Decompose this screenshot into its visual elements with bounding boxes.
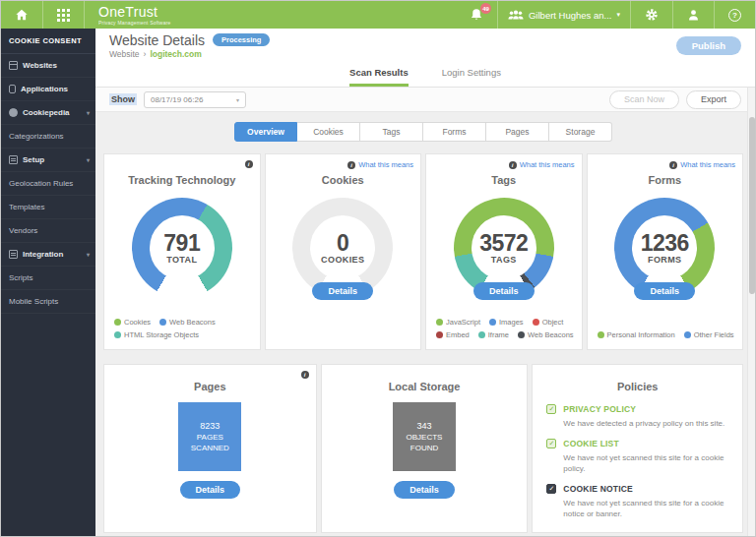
subtab-tags[interactable]: Tags (360, 122, 423, 142)
sidebar-item-scripts[interactable]: Scripts (1, 267, 95, 290)
local-storage-details-button[interactable]: Details (394, 481, 455, 499)
card-tags: i What this means Tags 3572 TAGS Details… (425, 153, 583, 350)
tags-details-button[interactable]: Details (473, 282, 535, 300)
policy-item: ✓PRIVACY POLICYWe have detected a privac… (546, 404, 728, 430)
sidebar-nav: WebsitesApplicationsCookiepedia▾Categori… (1, 54, 95, 314)
legend-label: JavaScript (446, 318, 480, 327)
legend-dot (436, 331, 443, 338)
user-menu[interactable]: Gilbert Hughes an... ▾ (498, 1, 630, 29)
breadcrumb-parent[interactable]: Website (109, 49, 140, 59)
home-button[interactable] (1, 1, 42, 29)
pages-details-button[interactable]: Details (180, 481, 241, 499)
card-title: Tags (426, 174, 582, 186)
subtab-pages[interactable]: Pages (486, 122, 549, 142)
question-icon: ? (728, 9, 741, 22)
cookies-value: 0 (337, 231, 348, 255)
card-title: Tracking Technology (104, 174, 260, 186)
subtab-storage[interactable]: Storage (549, 122, 612, 142)
card-forms: i What this means Forms 1236 FORMS Detai… (587, 153, 744, 350)
main-area: Website Details Processing Website › log… (95, 29, 755, 536)
brand-name: OneTrust (98, 5, 171, 20)
sidebar-item-websites[interactable]: Websites (1, 54, 95, 78)
subtab-cookies[interactable]: Cookies (297, 122, 360, 142)
brand-logo[interactable]: OneTrust Privacy Management Software (85, 1, 181, 29)
sidebar-item-setup[interactable]: Setup▾ (1, 149, 95, 172)
sidebar-item-categorizations[interactable]: Categorizations (1, 125, 95, 149)
legend-item: Other Fields (684, 330, 734, 339)
sidebar-item-label: Categorizations (9, 132, 64, 141)
integration-icon (9, 250, 18, 259)
export-button[interactable]: Export (686, 90, 741, 109)
gear-icon (645, 8, 659, 22)
policy-description: We have detected a privacy policy on thi… (563, 418, 728, 430)
breadcrumb-separator: › (144, 49, 147, 59)
sidebar-item-label: Applications (21, 85, 68, 93)
forms-unit: FORMS (648, 255, 682, 265)
settings-button[interactable] (631, 1, 672, 29)
publish-button[interactable]: Publish (676, 36, 741, 55)
websites-icon (9, 61, 18, 70)
tags-value: 3572 (479, 231, 528, 255)
legend-label: Iframe (488, 330, 509, 339)
pages-count: 8233 (200, 421, 220, 432)
users-group-icon (508, 9, 524, 21)
sidebar-item-templates[interactable]: Templates (1, 196, 95, 219)
policy-label[interactable]: COOKIE NOTICE (563, 484, 633, 494)
policy-label[interactable]: PRIVACY POLICY (563, 404, 636, 414)
sidebar-item-label: Vendors (9, 226, 37, 235)
info-icon[interactable]: i (245, 160, 253, 168)
sidebar-item-integration[interactable]: Integration▾ (1, 243, 95, 267)
policy-item: ✓COOKIE LISTWe have not yet scanned this… (546, 439, 728, 475)
sidebar-item-vendors[interactable]: Vendors (1, 219, 95, 243)
help-button[interactable]: ? (715, 1, 755, 29)
card-title: Cookies (266, 174, 421, 186)
notification-count-badge: 49 (480, 3, 491, 14)
vertical-scrollbar[interactable] (747, 88, 755, 536)
sidebar-item-label: Mobile Scripts (9, 297, 58, 306)
chevron-down-icon: ▾ (87, 109, 90, 116)
sidebar-item-applications[interactable]: Applications (1, 78, 95, 101)
what-this-means-link[interactable]: i What this means (669, 160, 735, 169)
sidebar-item-mobile-scripts[interactable]: Mobile Scripts (1, 290, 95, 314)
tab-login-settings[interactable]: Login Settings (442, 62, 501, 87)
app-window: OneTrust Privacy Management Software 49 … (0, 0, 756, 537)
tab-scan-results[interactable]: Scan Results (349, 62, 409, 87)
scan-overview-content: OverviewCookiesTagsFormsPagesStorage i T… (95, 112, 755, 536)
sidebar-item-cookiepedia[interactable]: Cookiepedia▾ (1, 101, 95, 125)
checkbox-icon: ✓ (546, 484, 556, 494)
subtab-forms[interactable]: Forms (423, 122, 486, 142)
policy-label[interactable]: COOKIE LIST (563, 439, 619, 448)
card-tracking-technology: i Tracking Technology 791 TOTAL CookiesW… (103, 153, 261, 350)
notifications-button[interactable]: 49 (456, 1, 497, 29)
sidebar-header: COOKIE CONSENT (1, 29, 95, 54)
sidebar-item-geolocation-rules[interactable]: Geolocation Rules (1, 172, 95, 196)
sidebar: COOKIE CONSENT WebsitesApplicationsCooki… (1, 29, 95, 536)
forms-legend: Personal InformationOther Fields (598, 330, 737, 339)
app-grid-button[interactable] (43, 1, 84, 29)
cookies-details-button[interactable]: Details (312, 282, 373, 300)
legend-label: Web Beacons (169, 318, 216, 327)
legend-label: Object (542, 318, 564, 327)
legend-dot (489, 319, 496, 326)
forms-details-button[interactable]: Details (634, 282, 695, 300)
scan-now-button[interactable]: Scan Now (609, 90, 679, 109)
status-badge: Processing (213, 33, 270, 46)
tags-unit: TAGS (491, 255, 517, 265)
subtab-overview[interactable]: Overview (234, 122, 297, 142)
profile-button[interactable] (673, 1, 714, 29)
info-icon[interactable]: i (301, 371, 309, 379)
pages-scanned-box: 8233 PAGES SCANNED (178, 402, 241, 471)
info-icon: i (509, 161, 517, 169)
what-this-means-link[interactable]: i What this means (509, 160, 575, 169)
sidebar-item-label: Cookiepedia (23, 108, 70, 117)
what-this-means-link[interactable]: i What this means (347, 160, 413, 169)
legend-item: Iframe (478, 330, 509, 339)
legend-dot (114, 319, 121, 326)
scrollbar-thumb[interactable] (749, 117, 755, 294)
legend-item: Object (533, 318, 564, 327)
applications-icon (9, 85, 16, 93)
scan-date-select[interactable]: 08/17/19 06:26 ▾ (144, 91, 246, 108)
legend-dot (159, 319, 166, 326)
card-title: Pages (104, 381, 316, 392)
policy-description: We have not yet scanned this site for a … (563, 498, 728, 520)
